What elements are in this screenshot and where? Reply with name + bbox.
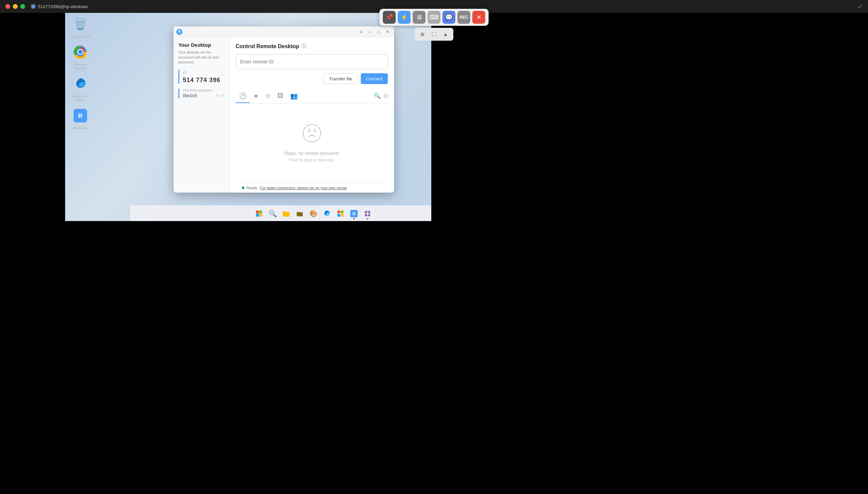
rd-menu-button[interactable]: ≡ [358,28,365,36]
recycle-bin-icon[interactable]: 🗑️ Recycle Bin [69,16,92,37]
collapse-sub-button[interactable]: ▲ [440,29,450,39]
rd-titlebar: R ≡ ─ □ ✕ [174,26,394,37]
tab-compass[interactable]: ⊙ [262,90,274,103]
svg-rect-14 [337,211,340,213]
rustdesk-label: RustDesk [72,125,89,129]
svg-point-9 [314,130,316,132]
start-button[interactable] [253,208,265,220]
rd-window-controls: ≡ ─ □ ✕ [358,28,391,36]
rd-pass-row: t8e4x5 ↻ ✏ [183,93,225,98]
svg-rect-12 [283,212,290,217]
taskbar-snipping-tool[interactable] [362,208,374,220]
rd-id-block: ID ⋮ 514 774 396 [178,70,225,84]
taskbar-file-explorer[interactable] [280,208,292,220]
rd-left-panel: Your Desktop Your desktop can be accesse… [174,37,230,193]
rd-id-value: 514 774 396 [183,77,225,84]
pin-toolbar-button[interactable]: 📌 [383,11,396,24]
tab-group[interactable]: 👥 [287,90,301,103]
taskbar-active-dot2 [367,218,368,220]
taskbar-ms-store[interactable] [334,208,347,220]
rd-status-link[interactable]: For faster connection, please set up you… [260,186,347,190]
remote-toolbar: 📌 ⚡ 🖥 ⌨ 💬 REC ✕ [380,9,488,26]
desktop-icons: 🗑️ Recycle Bin GoogleChrome [69,16,92,129]
rustdesk-desktop-icon[interactable]: R RustDesk [69,108,92,129]
rd-action-row: Transfer file Connect [236,73,388,84]
close-toolbar-button[interactable]: ✕ [472,11,485,24]
svg-point-8 [308,130,310,132]
taskbar-paint[interactable]: 🎨 [307,208,320,220]
rd-title-left: R [176,29,182,35]
tab-recent[interactable]: 🕐 [236,90,250,103]
chrome-label: GoogleChrome [74,61,87,69]
tab-favorites[interactable]: ★ [250,90,262,103]
taskbar-rustdesk[interactable]: R [348,208,360,220]
rd-empty-text2: Time to plan a new one. [288,157,335,163]
toolbar-sub: ⊞ ⛶ ▲ [415,28,453,41]
rustdesk-window: R ≡ ─ □ ✕ Your Desktop Your desktop can … [174,26,394,193]
rd-minimize-button[interactable]: ─ [366,28,374,36]
mac-title: 514774396@hp-windows [31,4,88,9]
rd-sessions-area: Oops, no recent sessions! Time to plan a… [236,103,388,183]
rd-pass-label: One-time password [183,89,225,92]
taskbar-center: 🔍 🎨 [253,208,374,220]
rd-id-menu-icon[interactable]: ⋮ [219,70,225,76]
svg-rect-15 [341,211,344,213]
taskbar-active-dot [353,218,355,220]
svg-rect-13 [297,212,303,216]
rd-empty-icon [303,124,322,147]
record-toolbar-button[interactable]: REC [457,11,470,24]
rd-maximize-button[interactable]: □ [375,28,383,36]
rd-your-desktop-subtitle: Your desktop can be accessed with this I… [178,50,225,65]
minimize-button[interactable] [13,4,18,9]
close-button[interactable] [5,4,10,9]
rd-id-label: ID ⋮ [183,70,225,76]
rd-close-button[interactable]: ✕ [384,28,391,36]
rustdesk-icon-svg: R [74,109,87,122]
chat-toolbar-button[interactable]: 💬 [442,11,455,24]
rd-empty-text1: Oops, no recent sessions! [285,151,340,156]
rd-pass-icons: ↻ ✏ [216,93,225,98]
rd-logo: R [176,29,182,35]
svg-point-3 [78,50,83,54]
rd-transfer-file-button[interactable]: Transfer file [323,73,358,84]
rd-search-icon[interactable]: 🔍 [374,93,381,99]
taskbar-search[interactable]: 🔍 [267,208,279,220]
rd-pass-value: t8e4x5 [183,93,197,98]
svg-rect-16 [337,214,340,217]
taskbar-edge[interactable] [321,208,333,220]
folder-icon [296,210,304,217]
rd-help-icon[interactable]: ⓘ [302,43,306,50]
connection-title: 514774396@hp-windows [38,4,88,9]
rustdesk-taskbar-icon: R [350,210,358,217]
shield-icon [31,4,36,9]
edge-taskbar-icon [323,210,331,217]
google-chrome-icon[interactable]: GoogleChrome [69,44,92,69]
svg-point-7 [303,125,321,142]
windows-taskbar: 🔍 🎨 [130,206,431,221]
screen-toolbar-button[interactable]: 🖥 [413,11,426,24]
ms-store-icon [337,210,344,217]
svg-line-10 [309,129,310,130]
rd-pass-block: One-time password t8e4x5 ↻ ✏ [178,89,225,98]
rd-copy-icon[interactable]: ✏ [221,93,225,98]
mac-resize-icon: ⤢ [857,3,863,10]
rd-connect-button[interactable]: Connect [361,73,388,84]
grid-sub-button[interactable]: ⊞ [418,29,428,39]
rd-status-text: Ready. [247,186,258,190]
rd-remote-id-input[interactable] [236,54,388,69]
svg-point-4 [79,84,84,87]
taskbar-folder[interactable] [294,208,306,220]
svg-point-23 [367,213,369,215]
tab-portrait[interactable]: 🖼 [274,90,287,103]
recycle-bin-label: Recycle Bin [71,33,90,37]
bolt-toolbar-button[interactable]: ⚡ [398,11,411,24]
edge-icon[interactable]: MicrosoftEdge [69,76,92,101]
windows-desktop: 🗑️ Recycle Bin GoogleChrome [65,13,431,221]
rd-grid-icon[interactable]: ⊞ [384,93,388,99]
svg-text:R: R [78,113,83,119]
expand-sub-button[interactable]: ⛶ [429,29,439,39]
rd-refresh-icon[interactable]: ↻ [216,93,220,98]
keyboard-toolbar-button[interactable]: ⌨ [428,11,440,24]
maximize-button[interactable] [20,4,25,9]
edge-icon-svg [74,77,87,91]
